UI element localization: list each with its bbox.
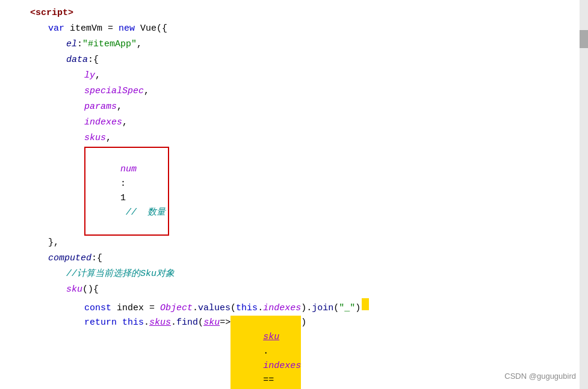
code-line-7: params , [0,100,588,115]
code-editor: <script> var itemVm = new Vue({ el : "#i… [0,0,588,389]
kw-var: var [48,22,64,36]
code-line-16: return this . skus . find ( sku => sku .… [0,316,588,389]
code-line-2: var itemVm = new Vue({ [0,22,588,37]
code-line-5: ly , [0,69,588,84]
watermark: CSDN @gugugubird [504,370,576,383]
code-line-13: //计算当前选择的Sku对象 [0,267,588,283]
scrollbar-thumb[interactable] [580,30,588,48]
code-line-9: skus , [0,131,588,147]
script-tag: <script> [30,6,73,20]
code-line-8: indexes , [0,115,588,131]
code-line-10: num : 1 // 数量 [0,147,588,236]
code-line-3: el : "#itemApp" , [0,37,588,53]
scrollbar[interactable] [580,0,588,389]
code-line-6: specialSpec , [0,84,588,100]
num-box: num : 1 // 数量 [84,147,169,236]
highlight-sku-indexes: sku . indexes == index [231,316,301,389]
code-line-4: data :{ [0,53,588,69]
code-line-12: computed :{ [0,251,588,267]
code-line-14: sku (){ [0,283,588,298]
code-line-11: }, [0,236,588,251]
code-line-15: const index = Object . values ( this . i… [0,298,588,316]
code-line-1: <script> [0,6,588,22]
